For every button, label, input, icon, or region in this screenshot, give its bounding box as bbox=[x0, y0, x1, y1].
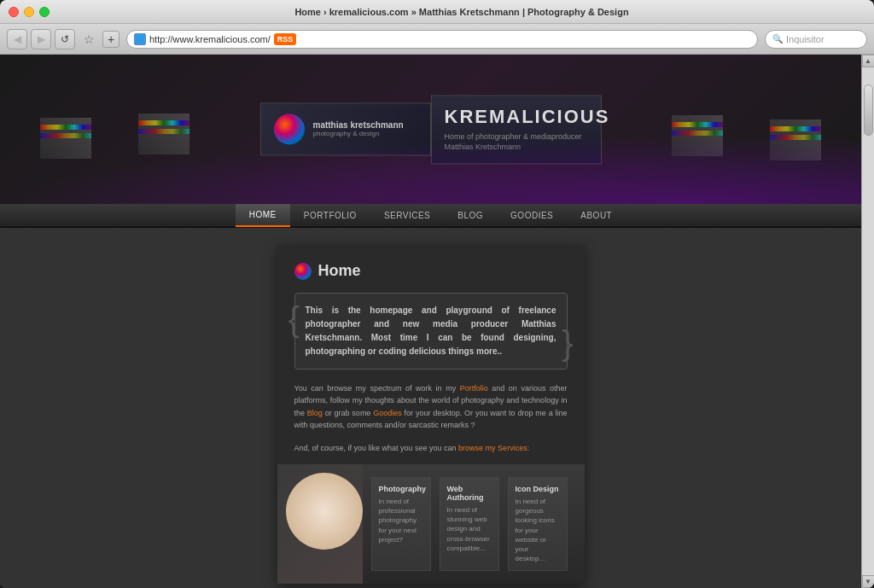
service-web-desc: In need of stunning web design and cross… bbox=[447, 505, 492, 553]
site-main: Home This is the homepage and playground… bbox=[0, 228, 861, 588]
add-tab-button[interactable]: + bbox=[102, 31, 119, 48]
search-placeholder: Inquisitor bbox=[786, 34, 824, 44]
logo-text: matthias kretschmann photography & desig… bbox=[313, 121, 404, 138]
window-title: Home › kremalicious.com » Matthias Krets… bbox=[58, 7, 865, 17]
logo-orb bbox=[274, 114, 305, 145]
scroll-down-button[interactable]: ▼ bbox=[862, 575, 875, 588]
goodies-link[interactable]: Goodies bbox=[373, 409, 402, 417]
browser-window: Home › kremalicious.com » Matthias Krets… bbox=[0, 0, 874, 588]
service-icon-desc: In need of gorgeous looking icons for yo… bbox=[516, 497, 560, 563]
page-title: Home bbox=[294, 262, 568, 280]
color-thumb-1 bbox=[40, 118, 91, 159]
service-web-title: Web Authoring bbox=[447, 485, 492, 502]
intro-box: This is the homepage and playground of f… bbox=[294, 293, 568, 370]
scrollbar-thumb[interactable] bbox=[864, 84, 873, 136]
title-bar: Home › kremalicious.com » Matthias Krets… bbox=[0, 0, 874, 24]
rss-button[interactable]: RSS bbox=[274, 33, 297, 45]
services-link[interactable]: browse my Services: bbox=[458, 444, 529, 452]
service-photography-desc: In need of professional photography for … bbox=[379, 497, 423, 544]
address-text: http://www.kremalicious.com/ bbox=[149, 34, 271, 44]
scroll-up-button[interactable]: ▲ bbox=[862, 55, 875, 67]
bookmark-icon: ☆ bbox=[84, 32, 95, 46]
nav-blog[interactable]: Blog bbox=[444, 203, 497, 227]
search-icon: 🔍 bbox=[772, 34, 783, 44]
title-orb bbox=[294, 263, 312, 280]
intro-text: This is the homepage and playground of f… bbox=[306, 304, 556, 358]
site-nav: Home Portfolio Services Blog Goodies Abo… bbox=[0, 204, 861, 228]
nav-home[interactable]: Home bbox=[236, 203, 290, 227]
nav-services[interactable]: Services bbox=[370, 203, 444, 227]
site-title: KREMALICIOUS bbox=[445, 106, 588, 128]
nav-goodies[interactable]: Goodies bbox=[497, 203, 567, 227]
color-thumb-3 bbox=[672, 115, 723, 156]
forward-icon: ▶ bbox=[38, 33, 45, 45]
service-web-authoring[interactable]: Web Authoring In need of stunning web de… bbox=[440, 477, 499, 571]
site-description: Home of photographer & mediaproducer Mat… bbox=[445, 131, 588, 153]
forward-button[interactable]: ▶ bbox=[31, 29, 51, 49]
scrollbar: ▲ ▼ bbox=[861, 55, 874, 588]
back-icon: ◀ bbox=[14, 33, 21, 45]
services-image bbox=[277, 464, 363, 584]
logo-badge[interactable]: matthias kretschmann photography & desig… bbox=[260, 103, 431, 156]
body-text-2: And, of course, if you like what you see… bbox=[294, 442, 568, 454]
blog-link[interactable]: Blog bbox=[307, 409, 323, 417]
service-photography-title: Photography bbox=[379, 485, 423, 493]
toolbar: ◀ ▶ ↺ ☆ + 🌐 http://www.kremalicious.com/… bbox=[0, 24, 874, 55]
back-button[interactable]: ◀ bbox=[7, 29, 27, 49]
logo-sub: photography & design bbox=[313, 131, 404, 138]
portfolio-link[interactable]: Portfolio bbox=[460, 384, 488, 393]
body-text-1: You can browse my spectrum of work in my… bbox=[294, 382, 568, 432]
color-thumb-2 bbox=[138, 114, 189, 154]
add-tab-icon: + bbox=[108, 32, 114, 46]
scrollbar-track[interactable] bbox=[862, 67, 874, 575]
color-thumb-4 bbox=[770, 119, 821, 160]
nav-about[interactable]: About bbox=[567, 203, 626, 227]
reload-icon: ↺ bbox=[61, 33, 69, 45]
content-box: Home This is the homepage and playground… bbox=[277, 245, 585, 584]
coffee-cup bbox=[286, 473, 363, 550]
service-icon-design[interactable]: Icon Design In need of gorgeous looking … bbox=[508, 477, 568, 571]
website: matthias kretschmann photography & desig… bbox=[0, 55, 861, 588]
close-button[interactable] bbox=[9, 7, 19, 17]
traffic-lights bbox=[9, 7, 50, 17]
zoom-button[interactable] bbox=[39, 7, 50, 17]
service-icon-title: Icon Design bbox=[516, 485, 560, 493]
minimize-button[interactable] bbox=[24, 7, 34, 17]
search-bar[interactable]: 🔍 Inquisitor bbox=[765, 30, 867, 49]
service-photography[interactable]: Photography In need of professional phot… bbox=[371, 477, 431, 571]
services-row: Photography In need of professional phot… bbox=[277, 464, 585, 584]
address-bar[interactable]: 🌐 http://www.kremalicious.com/ RSS bbox=[126, 30, 758, 49]
site-header: matthias kretschmann photography & desig… bbox=[0, 55, 861, 204]
site-title-area: KREMALICIOUS Home of photographer & medi… bbox=[431, 95, 602, 164]
reload-button[interactable]: ↺ bbox=[55, 29, 75, 49]
bookmark-button[interactable]: ☆ bbox=[79, 29, 99, 49]
logo-name: matthias kretschmann bbox=[313, 121, 404, 131]
nav-portfolio[interactable]: Portfolio bbox=[290, 203, 370, 227]
logo-area: matthias kretschmann photography & desig… bbox=[260, 95, 602, 164]
favicon: 🌐 bbox=[134, 33, 146, 45]
browser-content: matthias kretschmann photography & desig… bbox=[0, 55, 874, 588]
